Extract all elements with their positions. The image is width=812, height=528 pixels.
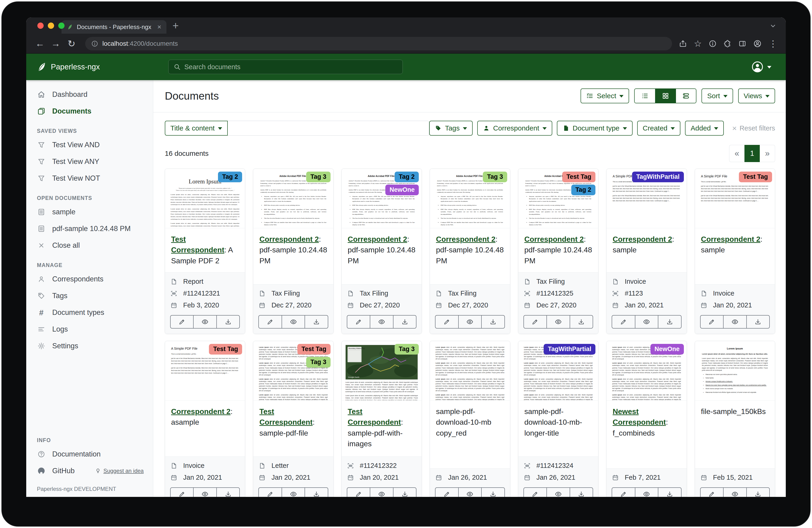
sidebar-item-test-view-not[interactable]: Test View NOT [26, 170, 153, 187]
download-button[interactable] [216, 316, 239, 328]
zoom-window-button[interactable] [58, 23, 64, 29]
tag-badge[interactable]: Tag 2 [571, 185, 596, 195]
share-icon[interactable] [679, 40, 687, 47]
tag-badge[interactable]: TagWithPartial [632, 172, 684, 182]
document-card[interactable]: A Simple PDF FileThis is a small demonst… [695, 169, 775, 334]
tag-badge[interactable]: Test Tag [298, 344, 331, 355]
filter-added-button[interactable]: Added [685, 121, 724, 135]
tag-badge[interactable]: Test Tag [739, 172, 772, 182]
correspondent-link[interactable]: Correspondent 2 [259, 235, 319, 243]
document-thumbnail[interactable]: A Simple PDF FileThis is a small demonst… [607, 169, 686, 228]
profile-avatar-icon[interactable] [753, 40, 762, 48]
view-grid-button[interactable] [655, 89, 676, 103]
correspondent-link[interactable]: Correspondent 2 [613, 235, 672, 243]
download-button[interactable] [305, 316, 328, 328]
document-thumbnail[interactable]: Lorem ipsum dolor sit amet, consectetur … [518, 341, 598, 401]
correspondent-link[interactable]: Test Correspondent [171, 235, 224, 254]
edit-button[interactable] [700, 488, 723, 497]
filter-tags-button[interactable]: Tags [429, 121, 473, 135]
tag-badge[interactable]: TagWithPartial [543, 344, 595, 355]
view-button[interactable] [547, 488, 569, 497]
correspondent-link[interactable]: Test Correspondent [259, 407, 313, 426]
view-button[interactable] [723, 316, 746, 328]
document-thumbnail[interactable]: Adobe Acrobat PDF FilesAdobe® Portable D… [430, 169, 510, 228]
view-button[interactable] [547, 316, 569, 328]
extensions-puzzle-icon[interactable] [724, 40, 731, 47]
edit-button[interactable] [612, 488, 635, 497]
sidebar-item-documents[interactable]: Documents [26, 103, 153, 119]
document-card[interactable]: Adobe Acrobat PDF FilesAdobe® Portable D… [253, 169, 333, 334]
document-thumbnail[interactable]: Lorem ipsumLorem ipsum dolor sit amet, c… [695, 341, 775, 401]
sidebar-item-close-all[interactable]: Close all [26, 237, 153, 254]
tag-badge[interactable]: NewOne [650, 344, 684, 355]
user-menu[interactable] [751, 54, 771, 80]
view-button[interactable] [635, 488, 658, 497]
view-button[interactable] [193, 488, 216, 497]
view-button[interactable] [281, 316, 305, 328]
sidebar-item-correspondents[interactable]: Correspondents [26, 271, 153, 287]
document-thumbnail[interactable]: A Simple PDF FileThis is a small demonst… [695, 169, 775, 228]
site-info-icon[interactable] [91, 40, 98, 47]
correspondent-link[interactable]: Test Correspondent [348, 407, 401, 426]
document-card[interactable]: Lorem ipsumLorem ipsum dolor sit amet, c… [695, 341, 775, 497]
edit-button[interactable] [259, 316, 281, 328]
edit-button[interactable] [259, 488, 281, 497]
view-button[interactable] [281, 488, 305, 497]
forward-icon[interactable]: → [49, 37, 62, 51]
bookmark-star-icon[interactable]: ☆ [694, 39, 702, 49]
sidebar-item-documentation[interactable]: Documentation [26, 446, 153, 462]
document-card[interactable]: Lorem Ipsum"Neque porro quisquam est qui… [165, 169, 245, 334]
document-thumbnail[interactable]: Lorem ipsum dolor sit amet, consectetur … [253, 341, 333, 401]
tab-close-icon[interactable]: × [157, 24, 161, 30]
sort-button[interactable]: Sort [701, 88, 733, 103]
filter-doctype-button[interactable]: Document type [557, 121, 633, 135]
select-button[interactable]: Select [581, 88, 629, 103]
sidebar-item-github[interactable]: GitHub Suggest an idea [26, 462, 153, 479]
suggest-idea-link[interactable]: Suggest an idea [95, 468, 143, 474]
correspondent-link[interactable]: Correspondent 2 [436, 235, 495, 243]
reset-filters-button[interactable]: × Reset filters [732, 124, 775, 132]
download-button[interactable] [393, 488, 416, 497]
document-thumbnail[interactable]: Adobe Acrobat PDF FilesAdobe® Portable D… [342, 169, 422, 228]
browser-tab[interactable]: Documents - Paperless-ngx × [61, 20, 166, 34]
tag-badge[interactable]: Test Tag [562, 172, 595, 182]
tag-badge[interactable]: Tag 2 [218, 172, 242, 182]
correspondent-link[interactable]: Correspondent 2 [171, 407, 231, 416]
filter-text-input[interactable] [228, 121, 429, 135]
reload-icon[interactable]: ↻ [65, 37, 78, 51]
edit-button[interactable] [171, 316, 193, 328]
sidebar-item-tags[interactable]: Tags [26, 287, 153, 304]
tag-badge[interactable]: Tag 2 [395, 172, 419, 182]
document-card[interactable]: Boundary Waters TripGoogle EarthLorem ip… [342, 341, 422, 497]
view-button[interactable] [370, 316, 393, 328]
download-button[interactable] [305, 488, 328, 497]
search-input[interactable] [184, 63, 397, 71]
edit-button[interactable] [524, 488, 547, 497]
download-button[interactable] [216, 488, 239, 497]
browser-menu-icon[interactable]: ⋮ [769, 39, 778, 49]
correspondent-link[interactable]: Newest Correspondent [613, 407, 666, 426]
view-list-button[interactable] [635, 89, 655, 103]
document-card[interactable]: Lorem ipsum dolor sit amet, consectetur … [606, 341, 687, 497]
document-thumbnail[interactable]: Adobe Acrobat PDF FilesAdobe® Portable D… [518, 169, 598, 228]
correspondent-link[interactable]: Correspondent 2 [524, 235, 584, 243]
sidebar-item-open-doc-sample[interactable]: sample [26, 204, 153, 220]
edit-button[interactable] [347, 316, 370, 328]
download-button[interactable] [658, 488, 681, 497]
document-thumbnail[interactable]: Lorem ipsum dolor sit amet, consectetur … [607, 341, 686, 401]
views-button[interactable]: Views [738, 88, 775, 103]
edit-button[interactable] [171, 488, 193, 497]
document-card[interactable]: A Simple PDF FileThis is a small demonst… [606, 169, 687, 334]
edit-button[interactable] [612, 316, 635, 328]
document-thumbnail[interactable]: Lorem Ipsum"Neque porro quisquam est qui… [165, 169, 245, 228]
document-card[interactable]: A Simple PDF FileThis is a small demonst… [165, 341, 245, 497]
download-button[interactable] [746, 488, 769, 497]
sidebar-item-test-view-any[interactable]: Test View ANY [26, 153, 153, 170]
document-thumbnail[interactable]: Boundary Waters TripGoogle EarthLorem ip… [342, 341, 422, 401]
view-button[interactable] [193, 316, 216, 328]
view-detail-button[interactable] [676, 89, 696, 103]
download-button[interactable] [746, 316, 769, 328]
app-brand[interactable]: Paperless-ngx [37, 54, 100, 80]
view-button[interactable] [635, 316, 658, 328]
back-icon[interactable]: ← [33, 37, 47, 51]
